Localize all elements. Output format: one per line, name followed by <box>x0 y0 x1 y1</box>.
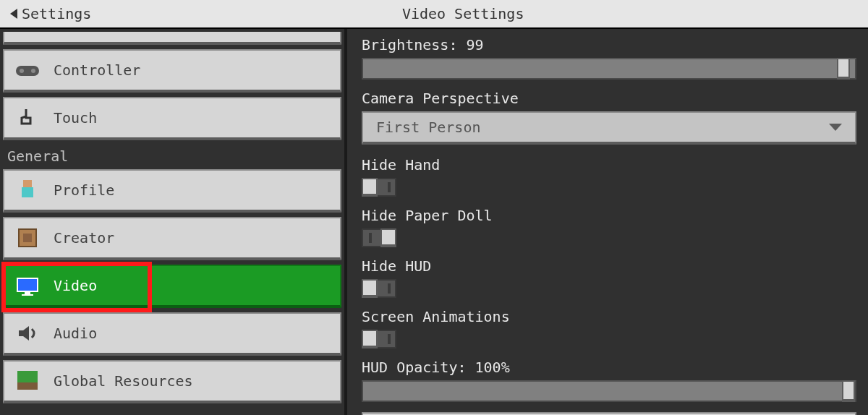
camera-perspective-dropdown[interactable]: First Person <box>362 111 856 145</box>
svg-rect-8 <box>25 291 30 294</box>
main-area: Controller Touch General Profile Creator <box>0 29 868 415</box>
global-resources-icon <box>14 368 41 394</box>
hide-hud-toggle[interactable] <box>362 279 396 298</box>
sidebar-item-keyboard[interactable] <box>3 32 341 45</box>
sidebar-item-label: Global Resources <box>54 372 193 390</box>
svg-rect-7 <box>17 278 38 291</box>
sidebar-item-audio[interactable]: Audio <box>3 312 341 356</box>
back-button[interactable]: Settings <box>0 0 101 27</box>
sidebar-item-label: Audio <box>54 325 97 342</box>
sidebar-item-creator[interactable]: Creator <box>3 217 341 260</box>
touch-icon <box>14 105 41 131</box>
svg-rect-4 <box>22 187 33 197</box>
screen-animations-toggle[interactable] <box>362 330 396 348</box>
page-title: Video Settings <box>101 5 868 22</box>
svg-rect-10 <box>17 371 38 382</box>
hide-hand-toggle[interactable] <box>362 178 396 197</box>
hud-opacity-label: HUD Opacity: 100% <box>362 359 856 376</box>
content-panel: Brightness: 99 Camera Perspective First … <box>347 29 868 415</box>
chevron-down-icon <box>829 124 842 131</box>
hud-opacity-slider[interactable] <box>362 380 856 402</box>
svg-point-2 <box>31 69 35 73</box>
brightness-slider[interactable] <box>362 58 856 80</box>
brightness-label: Brightness: 99 <box>362 36 856 54</box>
top-bar: Settings Video Settings <box>0 0 868 29</box>
sidebar: Controller Touch General Profile Creator <box>0 29 347 415</box>
sidebar-item-label: Controller <box>54 61 140 79</box>
slider-thumb[interactable] <box>842 380 855 402</box>
slider-thumb[interactable] <box>837 58 850 80</box>
sidebar-item-label: Creator <box>54 229 114 247</box>
dropdown-value: First Person <box>376 119 481 136</box>
video-icon <box>14 273 41 299</box>
audio-icon <box>14 320 41 346</box>
sidebar-item-touch[interactable]: Touch <box>3 97 341 140</box>
keyboard-icon <box>14 32 41 42</box>
screen-animations-label: Screen Animations <box>362 308 856 325</box>
sidebar-item-label: Touch <box>54 109 97 127</box>
svg-rect-9 <box>22 294 33 296</box>
sidebar-item-controller[interactable]: Controller <box>3 49 341 93</box>
camera-perspective-label: Camera Perspective <box>362 90 856 107</box>
profile-icon <box>14 177 41 203</box>
hide-paper-doll-toggle[interactable] <box>362 228 396 247</box>
hide-paper-doll-label: Hide Paper Doll <box>362 207 856 224</box>
sidebar-item-video[interactable]: Video <box>3 265 341 308</box>
controller-icon <box>14 57 41 83</box>
hide-hand-label: Hide Hand <box>362 156 856 174</box>
svg-rect-0 <box>16 66 39 76</box>
sidebar-item-label: Video <box>54 277 97 294</box>
change-screen-safe-area-button[interactable]: Change Screen Safe Area <box>362 412 856 415</box>
svg-rect-3 <box>23 180 32 187</box>
sidebar-item-global-resources[interactable]: Global Resources <box>3 360 341 403</box>
svg-rect-6 <box>23 234 32 242</box>
svg-rect-11 <box>17 382 38 390</box>
creator-icon <box>14 225 41 251</box>
sidebar-item-profile[interactable]: Profile <box>3 169 341 213</box>
sidebar-section-general: General <box>3 145 341 169</box>
back-label: Settings <box>22 5 91 22</box>
chevron-left-icon <box>10 9 17 19</box>
svg-point-1 <box>20 69 24 73</box>
hide-hud-label: Hide HUD <box>362 257 856 275</box>
sidebar-item-label: Profile <box>54 181 114 199</box>
